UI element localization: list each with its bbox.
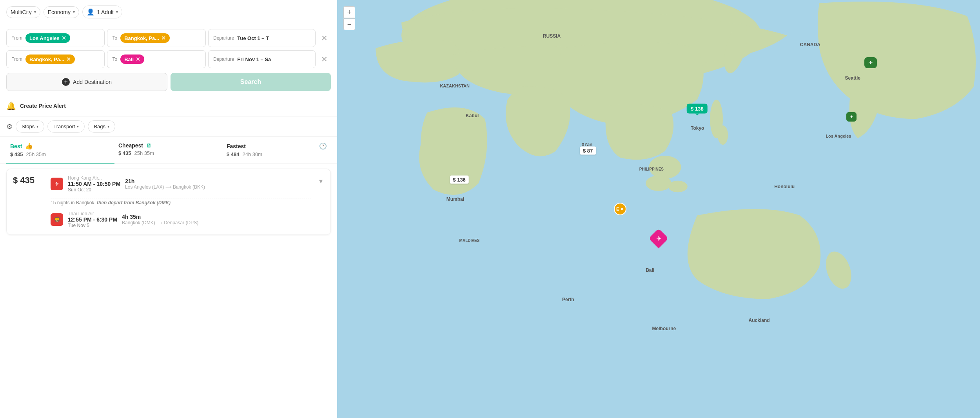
passengers-selector[interactable]: 👤 1 Adult ▾ bbox=[82, 5, 122, 18]
trip-type-selector[interactable]: MultiCity ▾ bbox=[6, 6, 40, 18]
passengers-label: 1 Adult bbox=[97, 9, 114, 15]
from-tag-2[interactable]: Bangkok, Pa... ✕ bbox=[25, 55, 75, 64]
cabin-label: Economy bbox=[48, 9, 71, 15]
sort-tab-cheapest[interactable]: Cheapest 🖥 $ 435 25h 35m bbox=[114, 137, 223, 164]
from-label-1: From bbox=[11, 35, 22, 41]
map-controls: + − bbox=[343, 6, 355, 30]
la-bubble: ✈ bbox=[846, 112, 857, 122]
sort-tab-cheapest-price: $ 435 bbox=[118, 150, 131, 156]
from-tag-1[interactable]: Los Angeles ✕ bbox=[25, 33, 70, 43]
from-tag-close-2[interactable]: ✕ bbox=[66, 56, 71, 62]
price-136-pin: $ 136 bbox=[450, 176, 469, 184]
to-tag-close-1[interactable]: ✕ bbox=[161, 35, 166, 41]
sort-tab-best-header: Best 👍 bbox=[10, 142, 111, 150]
map-background bbox=[337, 0, 980, 418]
from-tag-close-1[interactable]: ✕ bbox=[62, 35, 66, 41]
departure-label-2: Departure bbox=[213, 56, 234, 62]
stops-filter-button[interactable]: Stops ▾ bbox=[16, 120, 44, 133]
to-field-2[interactable]: To Bali ✕ bbox=[107, 50, 205, 68]
action-row: + Add Destination Search bbox=[6, 73, 331, 91]
result-card-1[interactable]: $ 435 ✈ Hong Kong Air... 11:50 AM - 10:5… bbox=[6, 169, 331, 235]
passengers-icon: 👤 bbox=[87, 8, 94, 16]
to-label-2: To bbox=[112, 56, 117, 62]
sort-tab-fastest-details: $ 484 24h 30m bbox=[227, 151, 327, 157]
price-alert-text: Create Price Alert bbox=[20, 103, 66, 109]
la-pin[interactable]: ✈ bbox=[846, 112, 857, 122]
to-tag-1[interactable]: Bangkok, Pa... ✕ bbox=[120, 33, 170, 43]
xian-price-label: $ 87 bbox=[580, 146, 596, 154]
expand-button[interactable]: ▾ bbox=[318, 175, 324, 187]
route-info-2: Bangkok (DMK) ⟶ Denpasar (DPS) bbox=[122, 220, 198, 225]
flight-duration-2: 4h 35m Bangkok (DMK) ⟶ Denpasar (DPS) bbox=[122, 214, 198, 225]
from-tag-value-1: Los Angeles bbox=[29, 35, 60, 41]
stops-chevron: ▾ bbox=[36, 124, 38, 129]
flight-date-2: Tue Nov 5 bbox=[68, 223, 117, 228]
flight-row-1: ✈ Hong Kong Air... 11:50 AM - 10:50 PM S… bbox=[51, 175, 311, 193]
route-to-2: Denpasar (DPS) bbox=[164, 220, 198, 225]
departure-field-2[interactable]: Departure Fri Nov 1 – Sa bbox=[208, 50, 316, 68]
route-from-2: Bangkok (DMK) bbox=[122, 220, 155, 225]
airline-logo-1: ✈ bbox=[51, 178, 63, 190]
zoom-in-button[interactable]: + bbox=[343, 6, 355, 18]
to-tag-value-2: Bali bbox=[124, 56, 134, 62]
duration-time-1: 21h bbox=[125, 178, 205, 184]
add-destination-label: Add Destination bbox=[73, 79, 112, 85]
from-field-2[interactable]: From Bangkok, Pa... ✕ bbox=[6, 50, 105, 68]
airline-logo-2: 🦁 bbox=[51, 213, 63, 226]
bags-filter-button[interactable]: Bags ▾ bbox=[88, 120, 115, 133]
filter-settings-button[interactable]: ⚙ bbox=[6, 122, 13, 131]
tokyo-price-bubble: $ 138 bbox=[687, 104, 708, 114]
departure-value-1: Tue Oct 1 – T bbox=[237, 35, 269, 41]
sort-tab-fastest-icon: 🕐 bbox=[319, 142, 327, 150]
la-icon: ✈ bbox=[849, 114, 853, 120]
svg-point-3 bbox=[646, 176, 671, 191]
price-alert-row[interactable]: 🔔 Create Price Alert bbox=[0, 96, 337, 116]
bags-chevron: ▾ bbox=[107, 124, 109, 129]
bangkok-pin[interactable]: E ✕ bbox=[614, 203, 626, 215]
sort-tab-fastest[interactable]: Fastest 🕐 $ 484 24h 30m bbox=[223, 137, 331, 164]
departure-field-1[interactable]: Departure Tue Oct 1 – T bbox=[208, 29, 316, 47]
transport-filter-button[interactable]: Transport ▾ bbox=[47, 120, 85, 133]
sort-tab-fastest-price: $ 484 bbox=[227, 151, 240, 157]
tokyo-price-pin[interactable]: $ 138 bbox=[687, 104, 708, 114]
search-row-2: From Bangkok, Pa... ✕ To Bali ✕ Departur… bbox=[6, 50, 331, 68]
bangkok-circle: E ✕ bbox=[614, 203, 626, 215]
to-tag-close-2[interactable]: ✕ bbox=[136, 56, 140, 62]
trip-type-label: MultiCity bbox=[11, 9, 32, 15]
delete-row-2[interactable]: ✕ bbox=[318, 53, 331, 65]
bali-destination-pin[interactable]: ✈ bbox=[652, 231, 666, 245]
cabin-selector[interactable]: Economy ▾ bbox=[44, 6, 79, 18]
zoom-out-button[interactable]: − bbox=[343, 18, 355, 30]
seattle-pin[interactable]: ✈ bbox=[864, 57, 877, 68]
stopover-note: 15 nights in Bangkok, then depart from B… bbox=[51, 198, 311, 207]
price-136-label: $ 136 bbox=[450, 176, 469, 184]
sort-tab-best[interactable]: Best 👍 $ 435 25h 35m bbox=[6, 137, 114, 164]
route-info-1: Los Angeles (LAX) ⟶ Bangkok (BKK) bbox=[125, 184, 205, 190]
airline-info-2: Thai Lion Air 12:55 PM - 6:30 PM Tue Nov… bbox=[68, 211, 117, 228]
from-field-1[interactable]: From Los Angeles ✕ bbox=[6, 29, 105, 47]
airline-name-2: Thai Lion Air bbox=[68, 211, 117, 216]
result-card-inner: $ 435 ✈ Hong Kong Air... 11:50 AM - 10:5… bbox=[13, 175, 324, 228]
duration-time-2: 4h 35m bbox=[122, 214, 198, 220]
search-row-1: From Los Angeles ✕ To Bangkok, Pa... ✕ D… bbox=[6, 29, 331, 47]
sort-tab-best-price: $ 435 bbox=[10, 151, 23, 157]
airline-logo-icon-1: ✈ bbox=[54, 181, 59, 187]
transport-label: Transport bbox=[53, 124, 75, 129]
search-button[interactable]: Search bbox=[171, 73, 331, 91]
svg-point-8 bbox=[718, 125, 728, 145]
sort-tab-cheapest-icon: 🖥 bbox=[146, 142, 152, 149]
sort-tab-fastest-header: Fastest 🕐 bbox=[227, 142, 327, 150]
sort-tab-fastest-duration: 24h 30m bbox=[243, 151, 263, 157]
to-field-1[interactable]: To Bangkok, Pa... ✕ bbox=[107, 29, 205, 47]
search-label: Search bbox=[240, 78, 261, 85]
to-tag-2[interactable]: Bali ✕ bbox=[120, 55, 144, 64]
left-panel: MultiCity ▾ Economy ▾ 👤 1 Adult ▾ From L… bbox=[0, 0, 337, 418]
stopover-text: 15 nights in Bangkok, bbox=[51, 200, 96, 205]
sort-tab-best-duration: 25h 35m bbox=[26, 151, 46, 157]
delete-row-1[interactable]: ✕ bbox=[318, 32, 331, 44]
flights-column: ✈ Hong Kong Air... 11:50 AM - 10:50 PM S… bbox=[51, 175, 311, 228]
airline-name-1: Hong Kong Air... bbox=[68, 175, 120, 181]
flight-row-2: 🦁 Thai Lion Air 12:55 PM - 6:30 PM Tue N… bbox=[51, 211, 311, 228]
departure-value-2: Fri Nov 1 – Sa bbox=[237, 56, 271, 62]
add-destination-button[interactable]: + Add Destination bbox=[6, 73, 167, 91]
